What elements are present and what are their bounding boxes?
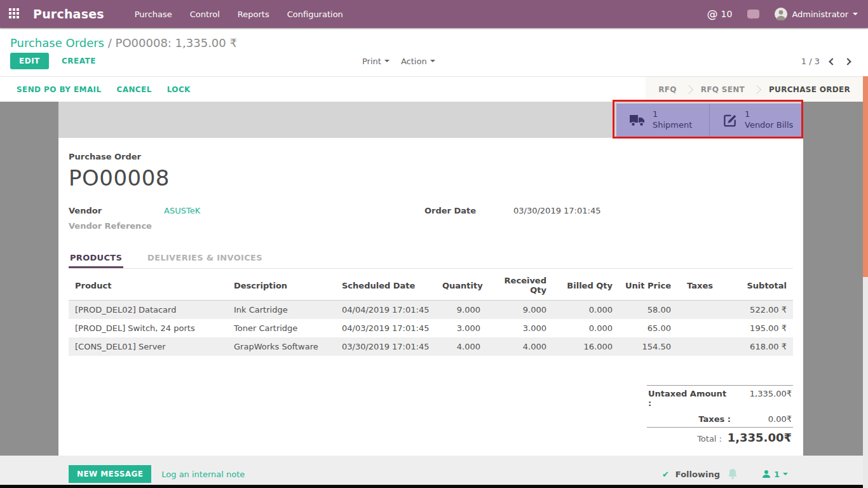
lock-button[interactable]: LOCK <box>167 85 191 94</box>
scrollbar-thumb[interactable] <box>863 76 868 277</box>
following-toggle[interactable]: Following <box>675 470 720 479</box>
col-product: Product <box>69 270 227 301</box>
breadcrumb-current: PO00008: 1,335.00 ₹ <box>116 36 237 50</box>
taxes-label: Taxes : <box>698 414 731 424</box>
truck-icon <box>629 114 646 127</box>
top-menu: Purchase Control Reports Configuration <box>135 10 343 19</box>
stage-rfq-sent[interactable]: RFQ SENT <box>701 85 745 94</box>
stage-purchase-order[interactable]: PURCHASE ORDER <box>769 85 850 94</box>
tab-products[interactable]: PRODUCTS <box>69 247 123 268</box>
order-date-value: 03/30/2019 17:01:45 <box>513 206 600 215</box>
col-description: Description <box>227 270 336 301</box>
chevron-down-icon <box>430 60 435 65</box>
shipment-count: 1 <box>653 109 692 120</box>
form-statusbar: SEND PO BY EMAIL CANCEL LOCK RFQ RFQ SEN… <box>0 76 868 102</box>
col-subtotal: Subtotal <box>719 270 793 301</box>
notebook-tabs: PRODUCTS DELIVERIES & INVOICES <box>69 247 793 269</box>
screen: Purchases Purchase Control Reports Confi… <box>0 0 868 488</box>
shipment-smart-button[interactable]: 1 Shipment <box>616 104 709 137</box>
edit-button[interactable]: EDIT <box>10 53 49 69</box>
order-lines-table: Product Description Scheduled Date Quant… <box>69 270 793 356</box>
pager-next-icon[interactable] <box>844 58 851 65</box>
sheet-top-band: 1 Shipment 1 Vendor Bills <box>58 102 803 138</box>
vendor-bills-smart-button[interactable]: 1 Vendor Bills <box>709 104 802 137</box>
followers-menu[interactable]: 1 <box>762 470 788 479</box>
app-title[interactable]: Purchases <box>33 7 104 21</box>
col-unit-price: Unit Price <box>619 270 677 301</box>
print-menu[interactable]: Print <box>362 57 390 66</box>
pager-value: 1 / 3 <box>801 57 820 66</box>
totals-block: Untaxed Amount : 1,335.00₹ Taxes : 0.00₹… <box>647 385 793 447</box>
shipment-label: Shipment <box>653 120 692 131</box>
followers-count: 1 <box>774 470 780 479</box>
col-quantity: Quantity <box>436 270 487 301</box>
chevron-down-icon <box>384 60 390 65</box>
stage-rfq[interactable]: RFQ <box>658 85 677 94</box>
smart-buttons: 1 Shipment 1 Vendor Bills <box>616 104 802 137</box>
main-content: 1 Shipment 1 Vendor Bills <box>0 102 863 456</box>
create-button[interactable]: CREATE <box>55 53 102 69</box>
table-row[interactable]: [PROD_DEL] Switch, 24 portsToner Cartrid… <box>69 319 793 337</box>
order-date-label: Order Date <box>424 206 513 215</box>
page-title: PO00008 <box>69 165 793 191</box>
cancel-button[interactable]: CANCEL <box>117 85 152 94</box>
col-taxes: Taxes <box>677 270 719 301</box>
bell-icon[interactable] <box>728 468 738 480</box>
chatter-bar: NEW MESSAGE Log an internal note ✔ Follo… <box>0 456 863 485</box>
vendor-label: Vendor <box>69 206 164 215</box>
table-row[interactable]: [PROD_DEL02] DatacardInk Cartridge04/04/… <box>69 301 793 320</box>
pencil-square-icon <box>722 113 738 128</box>
vendor-bills-count: 1 <box>745 109 793 120</box>
taxes-value: 0.00₹ <box>731 414 792 424</box>
messages-icon[interactable] <box>747 10 759 18</box>
following-check-icon: ✔ <box>662 470 669 479</box>
caret-down-icon <box>783 473 788 478</box>
activities-count: 10 <box>721 9 733 19</box>
menu-reports[interactable]: Reports <box>238 10 269 19</box>
total-value: 1,335.00₹ <box>722 431 792 444</box>
total-label: Total : <box>697 434 722 444</box>
field-group: Vendor ASUSTeK Vendor Reference Order Da… <box>69 206 793 231</box>
log-internal-note-link[interactable]: Log an internal note <box>161 470 245 479</box>
action-menu[interactable]: Action <box>401 57 435 66</box>
vendor-value-link[interactable]: ASUSTeK <box>164 206 200 215</box>
untaxed-amount-label: Untaxed Amount : <box>648 389 731 408</box>
apps-grid-icon[interactable] <box>9 8 20 20</box>
breadcrumb-separator: / <box>108 36 112 50</box>
col-scheduled-date: Scheduled Date <box>336 270 436 301</box>
breadcrumb-parent[interactable]: Purchase Orders <box>10 36 104 50</box>
table-row[interactable]: [CONS_DEL01] ServerGrapWorks Software03/… <box>69 337 793 356</box>
top-navbar: Purchases Purchase Control Reports Confi… <box>0 0 868 28</box>
sheet-type-label: Purchase Order <box>69 138 793 161</box>
stage-arrow-icon <box>752 85 761 93</box>
menu-purchase[interactable]: Purchase <box>135 10 172 19</box>
at-icon: @ <box>707 8 718 20</box>
pager-previous-icon[interactable] <box>829 58 836 65</box>
new-message-button[interactable]: NEW MESSAGE <box>69 465 151 483</box>
status-steps: RFQ RFQ SENT PURCHASE ORDER <box>646 77 868 102</box>
avatar <box>775 8 787 20</box>
col-received-qty: Received Qty <box>487 270 553 301</box>
user-menu[interactable]: Administrator <box>775 8 858 20</box>
table-header-row: Product Description Scheduled Date Quant… <box>69 270 793 301</box>
activities-counter[interactable]: @ 10 <box>707 8 733 20</box>
control-panel: Purchase Orders / PO00008: 1,335.00 ₹ ED… <box>0 28 868 76</box>
follower-person-icon <box>762 470 771 478</box>
scrollbar <box>863 76 868 488</box>
user-name: Administrator <box>792 10 848 19</box>
stage-arrow-icon <box>684 85 693 93</box>
breadcrumb: Purchase Orders / PO00008: 1,335.00 ₹ <box>0 28 868 50</box>
untaxed-amount-value: 1,335.00₹ <box>731 389 792 398</box>
tab-deliveries-invoices[interactable]: DELIVERIES & INVOICES <box>146 247 264 268</box>
menu-configuration[interactable]: Configuration <box>287 10 343 19</box>
menu-control[interactable]: Control <box>190 10 220 19</box>
form-sheet: Purchase Order PO00008 Vendor ASUSTeK Ve… <box>58 138 803 456</box>
vendor-reference-label: Vendor Reference <box>69 221 164 231</box>
bottom-edge-strip <box>0 485 868 488</box>
vendor-bills-label: Vendor Bills <box>745 120 793 131</box>
send-po-by-email-button[interactable]: SEND PO BY EMAIL <box>17 85 102 94</box>
caret-down-icon <box>853 13 858 18</box>
col-billed-qty: Billed Qty <box>553 270 619 301</box>
